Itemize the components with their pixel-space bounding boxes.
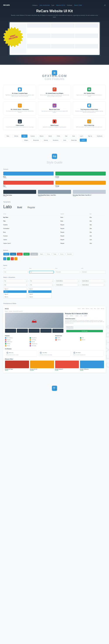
- typography-sample: Lato Bold Regular: [3, 204, 106, 209]
- nav-link[interactable]: Browse: [78, 308, 80, 309]
- select-field[interactable]: Text▾: [3, 284, 28, 286]
- button-danger[interactable]: Danger: [17, 253, 23, 256]
- cart-icon[interactable]: 🛒: [104, 4, 106, 6]
- feature-card: 📱Mobile ScreensQuickly build out templat…: [38, 117, 71, 130]
- tag[interactable]: Help: [63, 134, 69, 138]
- input-label: Label: [29, 268, 54, 269]
- select-field[interactable]: Text▾: [3, 280, 28, 282]
- select-field[interactable]: Vladislav Adushu▾: [81, 280, 106, 282]
- select-field[interactable]: Vladislav Adushu▾: [55, 284, 80, 286]
- feature-desc: Wonderfully crafted layouts style, a tho…: [75, 111, 104, 113]
- tag[interactable]: Browse: [38, 134, 46, 138]
- select-field[interactable]: Vladislav Adushu▾: [81, 284, 106, 286]
- tag[interactable]: Autos: [62, 139, 68, 142]
- nav-link[interactable]: Sellers: [82, 308, 84, 309]
- offer-card[interactable]: Porsche 911 Targa$88,911: [5, 360, 29, 371]
- hero-image[interactable]: 🚗: [5, 313, 64, 328]
- nav-links: Category: Cars, Automotive Type: Website…: [32, 4, 82, 6]
- breadcrumb[interactable]: Browse > Porsche > Porsche 911 Carrera 4…: [5, 311, 104, 312]
- table-row: CaptionRegular11pt: [3, 238, 106, 242]
- dropdown-option[interactable]: Option 3: [28, 293, 52, 296]
- tag[interactable]: News: [70, 134, 77, 138]
- dropdown-option[interactable]: Option 4: [4, 296, 26, 298]
- button-unavailable[interactable]: Unavailable: [66, 253, 73, 256]
- offer-image: [80, 360, 104, 368]
- tag[interactable]: Cars: [21, 134, 28, 138]
- feature-title: 30+ Unique, Completed Pages: [5, 93, 34, 94]
- nav-link[interactable]: Auctions: [86, 308, 89, 309]
- thumbnail[interactable]: [28, 329, 40, 333]
- select-field[interactable]: Text▾: [29, 284, 54, 286]
- button-success[interactable]: Success: [23, 253, 30, 256]
- icon-button[interactable]: ▶: [3, 257, 6, 260]
- button-primary[interactable]: Primary: [45, 253, 52, 256]
- dropdown-option[interactable]: Option 1: [28, 288, 52, 290]
- icon-button[interactable]: ✕: [11, 257, 14, 260]
- nav-item[interactable]: Website UI Kits: [56, 4, 65, 6]
- search-icon[interactable]: 🔍: [52, 386, 57, 391]
- icon-button[interactable]: ✓: [7, 257, 10, 260]
- dropdown-option[interactable]: Option 4: [28, 296, 52, 298]
- chevron-down-icon: ▾: [78, 284, 79, 286]
- nav-link[interactable]: News: [90, 308, 93, 309]
- tag[interactable]: Log In: [78, 134, 85, 138]
- thumbnail[interactable]: [52, 329, 64, 333]
- tag[interactable]: Responsive: [31, 139, 41, 142]
- send-message-button[interactable]: Send Message: [66, 330, 103, 332]
- text-input[interactable]: [29, 271, 54, 274]
- text-input[interactable]: [55, 271, 80, 274]
- offer-card[interactable]: Porsche Cayman S$72,000: [55, 360, 79, 371]
- button-primary[interactable]: Primary: [10, 253, 16, 256]
- dropdown-option[interactable]: Option 2: [28, 290, 52, 293]
- table-row: Big TitlesBlack40pt: [3, 216, 106, 219]
- tag[interactable]: Desktop: [42, 139, 50, 142]
- icon-button[interactable]: ★: [14, 257, 18, 260]
- nav-link[interactable]: Log In: [97, 308, 100, 309]
- text-input[interactable]: [81, 271, 106, 274]
- thumbnail[interactable]: [40, 329, 52, 333]
- typography-table: STYLEWEIGHTSIZE Big TitlesBlack40ptTitle…: [3, 212, 106, 245]
- nav-link[interactable]: Help: [94, 308, 96, 309]
- input-block: Label: [29, 268, 54, 274]
- tag[interactable]: Auctions: [28, 134, 36, 138]
- button-regular[interactable]: Regular: [3, 253, 9, 256]
- text-input[interactable]: [3, 271, 28, 274]
- tag[interactable]: Illustrations: [51, 139, 60, 142]
- feature-icon: 📄: [18, 88, 22, 91]
- tag[interactable]: Vehicles: [12, 134, 20, 138]
- input-label: Label: [81, 268, 106, 269]
- input-block: Label: [3, 268, 28, 274]
- typography-label: Typography: [3, 201, 106, 202]
- button-regular[interactable]: Regular: [38, 253, 45, 256]
- tag[interactable]: Sketch App: [69, 139, 79, 142]
- input-block: Label: [81, 268, 106, 274]
- tag[interactable]: Dashboard: [95, 134, 104, 138]
- contact-card: Contact the Owner +1 555 XXX XXXX Send M…: [65, 325, 104, 333]
- tag[interactable]: Search: [46, 134, 54, 138]
- nav-link[interactable]: Sign Up: [101, 308, 104, 309]
- button-success[interactable]: Success: [59, 253, 65, 256]
- watermark: GFXTRA.COM: [42, 74, 67, 78]
- tag[interactable]: Widgets: [22, 139, 30, 142]
- tag[interactable]: Base: [5, 134, 11, 138]
- tag[interactable]: UI KIT: [80, 139, 87, 142]
- dropdown-option[interactable]: Option 2: [4, 290, 26, 293]
- offer-card[interactable]: Porsche 911 GT3$143,600: [30, 360, 54, 371]
- tag[interactable]: Profile: [55, 134, 62, 138]
- thumbnail[interactable]: [17, 329, 28, 333]
- select-field[interactable]: Text▾: [29, 280, 54, 282]
- offer-card[interactable]: Porsche 718 Boxster$63,850: [80, 360, 104, 371]
- dropdown-option[interactable]: Option 3: [4, 293, 26, 296]
- hero-subtitle: Beautiful, modern Website UI Kit created…: [3, 14, 106, 18]
- dropdown-option[interactable]: Option 1: [4, 288, 26, 290]
- nav-item: Package:: [67, 4, 72, 6]
- button-unavailable[interactable]: Unavailable: [30, 253, 38, 256]
- nav-item[interactable]: Cars, Automotive: [40, 4, 50, 6]
- thumbnail[interactable]: [5, 329, 16, 333]
- price-item: $89,000: [55, 337, 79, 338]
- tag[interactable]: Sign Up: [86, 134, 94, 138]
- select-field[interactable]: Vladislav Adushu▾: [55, 280, 80, 282]
- feature-item: Air Conditioning: [5, 337, 29, 338]
- nav-item[interactable]: Sketch 4.59$: [74, 4, 82, 6]
- button-danger[interactable]: Danger: [52, 253, 58, 256]
